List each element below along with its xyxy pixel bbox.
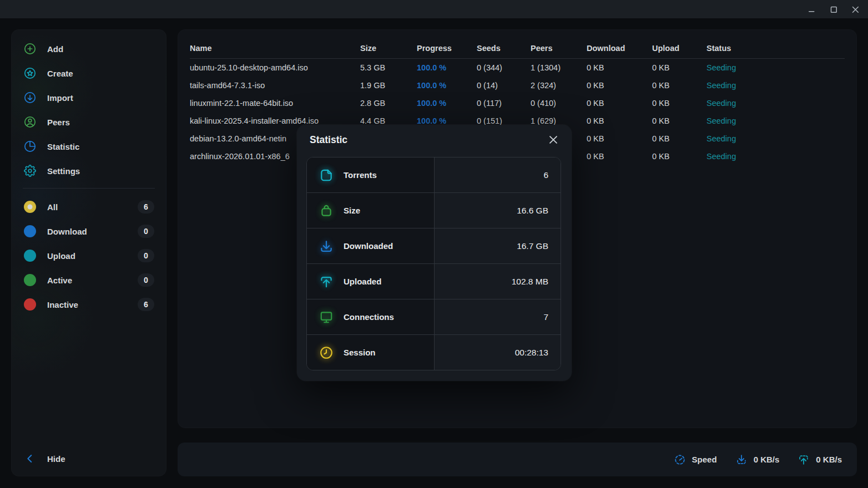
stat-value: 00:28:13 — [435, 335, 561, 370]
stat-label: Session — [344, 348, 376, 357]
sidebar-item-label: Import — [47, 93, 73, 103]
filter-dot-active — [24, 274, 36, 286]
filter-label: Inactive — [47, 300, 78, 309]
torrent-download: 0 KB — [587, 134, 652, 143]
sidebar-item-peers[interactable]: Peers — [12, 110, 166, 134]
column-header-seeds[interactable]: Seeds — [477, 44, 531, 53]
upload-speed-icon — [798, 454, 810, 466]
column-header-status[interactable]: Status — [706, 44, 845, 53]
torrent-status: Seeding — [706, 63, 845, 72]
upload-speed-value: 0 KB/s — [816, 455, 842, 464]
speed-indicator: Speed — [674, 454, 717, 466]
torrent-size: 4.4 GB — [360, 116, 417, 125]
torrent-peers: 2 (324) — [531, 81, 587, 90]
sidebar-item-label: Peers — [47, 118, 70, 127]
star-circle-icon — [24, 67, 36, 79]
stat-row-size: Size 16.6 GB — [307, 193, 561, 228]
sidebar-filters: All 6 Download 0 Upload 0 Active 0 Inact… — [12, 189, 166, 317]
torrent-upload: 0 KB — [652, 116, 706, 125]
download-icon — [319, 239, 334, 253]
torrent-name: kali-linux-2025.4-installer-amd64.iso — [190, 116, 360, 125]
minimize-button[interactable] — [807, 4, 817, 14]
bag-icon — [319, 204, 334, 218]
torrent-size: 1.9 GB — [360, 81, 417, 90]
torrent-status: Seeding — [706, 152, 845, 161]
stat-label: Torrents — [344, 170, 377, 180]
torrent-status: Seeding — [706, 99, 845, 108]
column-header-peers[interactable]: Peers — [531, 44, 587, 53]
chevron-left-icon — [24, 453, 36, 465]
user-circle-icon — [24, 116, 36, 128]
sidebar-item-add[interactable]: Add — [12, 37, 166, 61]
modal-title: Statistic — [310, 134, 347, 146]
sidebar-item-import[interactable]: Import — [12, 85, 166, 110]
filter-dot-upload — [24, 250, 36, 262]
torrent-upload: 0 KB — [652, 152, 706, 161]
sidebar-item-label: Settings — [47, 166, 80, 176]
torrent-download: 0 KB — [587, 116, 652, 125]
gear-icon — [24, 165, 36, 177]
stat-value: 102.8 MB — [435, 264, 561, 299]
torrent-download: 0 KB — [587, 63, 652, 72]
torrent-name: ubuntu-25.10-desktop-amd64.iso — [190, 63, 360, 72]
table-row[interactable]: tails-amd64-7.3.1-iso 1.9 GB 100.0 % 0 (… — [190, 77, 845, 94]
close-button[interactable] — [850, 4, 860, 14]
filter-count-badge: 6 — [138, 298, 154, 311]
filter-label: Download — [47, 227, 87, 236]
sidebar-item-label: Statistic — [47, 142, 79, 151]
column-header-download[interactable]: Download — [587, 44, 652, 53]
filter-item-upload[interactable]: Upload 0 — [12, 243, 166, 268]
table-header: Name Size Progress Seeds Peers Download … — [190, 30, 845, 59]
torrent-size: 2.8 GB — [360, 99, 417, 108]
stat-value: 6 — [435, 157, 561, 192]
sidebar-item-create[interactable]: Create — [12, 61, 166, 85]
sidebar-item-statistic[interactable]: Statistic — [12, 134, 166, 159]
filter-item-download[interactable]: Download 0 — [12, 219, 166, 243]
clock-icon — [319, 345, 334, 360]
stat-value: 16.7 GB — [435, 228, 561, 263]
column-header-progress[interactable]: Progress — [417, 44, 477, 53]
torrent-status: Seeding — [706, 134, 845, 143]
filter-label: All — [47, 202, 58, 212]
torrent-download: 0 KB — [587, 152, 652, 161]
filter-item-active[interactable]: Active 0 — [12, 268, 166, 292]
stat-value: 7 — [435, 299, 561, 334]
stat-row-connections: Connections 7 — [307, 299, 561, 335]
sidebar: Add Create Import Peers Statistic — [11, 29, 166, 476]
torrent-progress: 100.0 % — [417, 63, 477, 72]
hide-sidebar-button[interactable]: Hide — [12, 446, 166, 471]
table-row[interactable]: ubuntu-25.10-desktop-amd64.iso 5.3 GB 10… — [190, 59, 845, 77]
torrent-upload: 0 KB — [652, 134, 706, 143]
filter-dot-all — [24, 201, 36, 213]
stat-label: Uploaded — [344, 277, 381, 286]
maximize-button[interactable] — [829, 4, 839, 14]
sidebar-item-label: Add — [47, 44, 63, 54]
torrent-progress: 100.0 % — [417, 116, 477, 125]
sidebar-item-settings[interactable]: Settings — [12, 159, 166, 183]
torrent-peers: 0 (410) — [531, 99, 587, 108]
download-speed-icon — [735, 454, 748, 466]
speedometer-icon — [674, 454, 686, 466]
torrent-upload: 0 KB — [652, 99, 706, 108]
filter-label: Active — [47, 276, 72, 285]
close-icon[interactable] — [547, 134, 559, 146]
filter-item-all[interactable]: All 6 — [12, 195, 166, 219]
stat-label: Downloaded — [344, 241, 393, 251]
hide-label: Hide — [47, 454, 65, 464]
titlebar — [0, 0, 868, 18]
filter-count-badge: 0 — [138, 273, 154, 287]
torrent-seeds: 0 (151) — [477, 116, 531, 125]
torrent-file-icon — [319, 168, 334, 182]
column-header-upload[interactable]: Upload — [652, 44, 706, 53]
torrent-status: Seeding — [706, 81, 845, 90]
filter-count-badge: 0 — [138, 249, 154, 262]
column-header-size[interactable]: Size — [360, 44, 417, 53]
filter-item-inactive[interactable]: Inactive 6 — [12, 292, 166, 317]
statistic-modal: Statistic Torrents 6 Size 16.6 GB — [297, 125, 572, 381]
stat-label: Size — [344, 206, 360, 215]
stat-row-uploaded: Uploaded 102.8 MB — [307, 264, 561, 299]
table-row[interactable]: linuxmint-22.1-mate-64bit.iso 2.8 GB 100… — [190, 94, 845, 112]
column-header-name[interactable]: Name — [190, 44, 360, 53]
monitor-icon — [319, 310, 334, 324]
filter-count-badge: 6 — [138, 200, 154, 214]
